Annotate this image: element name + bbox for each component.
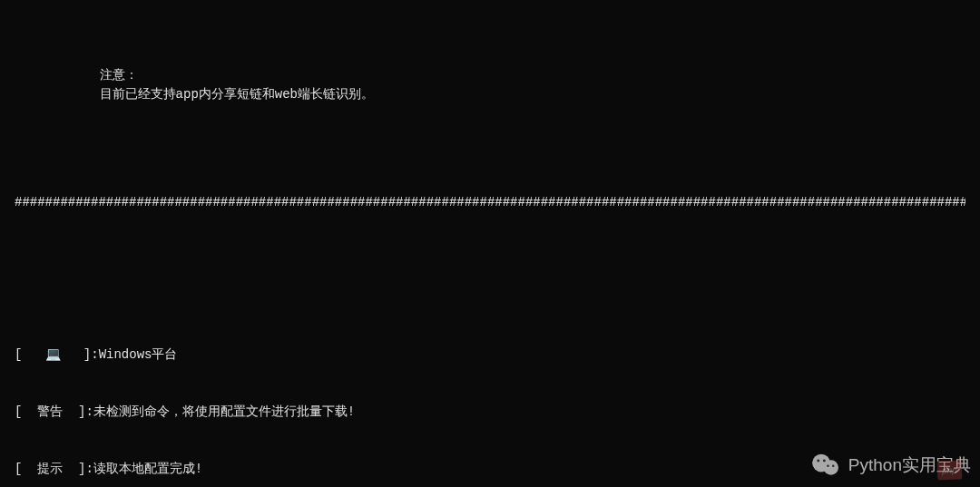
- log-line-warning: [ 警告 ]:未检测到命令，将使用配置文件进行批量下载!: [15, 403, 965, 422]
- terminal-output: 注意： 目前已经支持app内分享短链和web端长链识别。 ###########…: [0, 0, 980, 487]
- notice-label: 注意：: [100, 66, 163, 85]
- tag-hint: [ 提示 ]:: [15, 460, 93, 479]
- svg-point-3: [823, 459, 826, 462]
- svg-point-1: [823, 460, 838, 474]
- svg-point-4: [827, 464, 828, 466]
- svg-point-2: [817, 459, 819, 462]
- notice-text: 目前已经支持app内分享短链和web端长链识别。: [100, 87, 374, 102]
- tag-platform: [ 💻 ]:: [15, 346, 99, 365]
- text-config: 读取本地配置完成!: [93, 462, 202, 476]
- text-warning: 未检测到命令，将使用配置文件进行批量下载!: [93, 404, 355, 419]
- blank-line: [15, 269, 965, 288]
- text-platform: Windows平台: [99, 347, 178, 362]
- php-stamp-text: php: [937, 461, 962, 481]
- tag-warning: [ 警告 ]:: [15, 403, 93, 422]
- notice-line: 注意： 目前已经支持app内分享短链和web端长链识别。: [15, 47, 965, 123]
- log-line-platform: [ 💻 ]:Windows平台: [15, 346, 965, 365]
- divider-line: ########################################…: [15, 193, 965, 212]
- svg-point-5: [832, 464, 834, 466]
- wechat-icon: [810, 453, 841, 478]
- php-stamp: php: [937, 461, 962, 480]
